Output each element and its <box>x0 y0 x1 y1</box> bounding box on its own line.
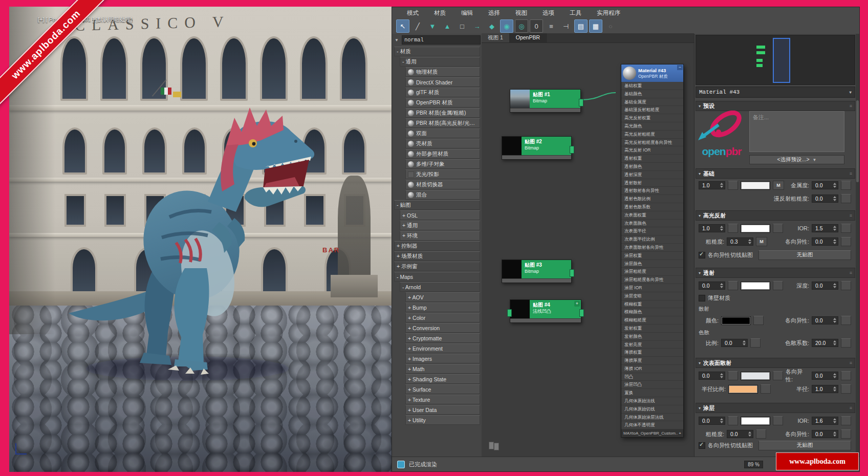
input-socket[interactable] <box>507 309 512 317</box>
browser-row-26[interactable]: + Color <box>405 313 480 322</box>
material-slot-28[interactable]: 模糊颜色 <box>621 308 683 316</box>
sss-radius-spinner[interactable]: 1.0 <box>812 385 838 393</box>
layout-children-button[interactable]: ⊣ <box>559 19 573 33</box>
rollout-transmission[interactable]: ▾透射≡ <box>696 268 855 278</box>
panel-scrollbar[interactable] <box>856 34 859 457</box>
view-tab-1[interactable]: OpenPBR <box>510 33 547 42</box>
menu-item-5[interactable]: 选项 <box>535 7 562 18</box>
footer-plus-icon[interactable]: + <box>679 429 681 437</box>
scatter-color-swatch[interactable] <box>721 316 751 325</box>
transmission-color-swatch[interactable] <box>741 282 770 290</box>
browser-row-5[interactable]: OpenPBR 材质 <box>405 98 480 107</box>
collapse-icon[interactable]: − <box>677 65 683 70</box>
sss-aniso-spinner[interactable]: 0.0 <box>812 372 838 380</box>
browser-search-input[interactable]: normal <box>402 35 481 45</box>
browser-row-36[interactable]: + Utility <box>405 415 480 425</box>
render-notification-icon[interactable] <box>397 461 405 468</box>
browser-row-18[interactable]: + 环境 <box>400 231 480 241</box>
metalness-spinner[interactable]: 0.0 <box>812 181 838 189</box>
browser-row-34[interactable]: + Texture <box>405 395 480 404</box>
coat-tangent-map-checkbox[interactable] <box>699 442 705 449</box>
put-material-to-scene-button[interactable]: ▲ <box>441 19 454 33</box>
rollout-coat[interactable]: ▾涂层≡ <box>696 403 855 413</box>
openpbr-material-node[interactable]: Material #43 OpenPBR 材质 − 基础权重基础颜色基础金属度基… <box>621 64 684 438</box>
material-slot-30[interactable]: 发射权重 <box>621 324 683 333</box>
chevron-down-icon[interactable]: ▼ <box>849 90 852 95</box>
propagate-materials-to-instances-button[interactable]: 0 <box>530 19 543 33</box>
browser-row-17[interactable]: + 通用 <box>400 221 480 230</box>
menu-item-0[interactable]: 模式 <box>399 7 426 18</box>
diffuse-roughness-map-button[interactable] <box>841 194 851 203</box>
specular-ior-spinner[interactable]: 1.5 <box>812 224 838 232</box>
rollout-preset[interactable]: ▾预设≡ <box>696 101 855 111</box>
specular-roughness-spinner[interactable]: 0.3 <box>727 237 753 246</box>
browser-row-28[interactable]: + Cryptomatte <box>405 333 480 343</box>
choose-preset-dropdown[interactable]: <选择预设...>▼ <box>749 155 844 164</box>
material-slot-22[interactable]: 涂层颜色 <box>621 260 683 268</box>
sss-radius-map-button[interactable] <box>841 384 851 394</box>
specular-color-map-button[interactable] <box>773 224 783 233</box>
scatter-aniso-spinner[interactable]: 0.0 <box>812 316 838 324</box>
bitmap-node-2[interactable]: 贴图 #2Bitmap <box>502 136 572 160</box>
material-slot-13[interactable]: 透射散射各向异性 <box>621 187 683 195</box>
material-slot-21[interactable]: 涂层权重 <box>621 252 683 260</box>
parameter-editor-toggle-button[interactable]: ▤ <box>574 19 588 33</box>
move-children-button[interactable]: → <box>470 19 484 33</box>
coat-aniso-map-button[interactable] <box>841 429 851 439</box>
coat-color-map-button[interactable] <box>773 416 783 425</box>
transmission-weight-spinner[interactable]: 0.0 <box>699 282 725 290</box>
delete-selected-button[interactable]: □ <box>455 19 469 33</box>
material-slot-17[interactable]: 次表面颜色 <box>621 220 683 228</box>
specular-weight-map-button[interactable] <box>728 224 738 233</box>
material-slot-7[interactable]: 高光反射粗糙度各向异性 <box>621 139 683 147</box>
render-map-button[interactable]: ○ <box>604 19 617 33</box>
specular-aniso-spinner[interactable]: 0.0 <box>812 237 838 246</box>
browser-row-15[interactable]: - 贴图 <box>394 200 480 210</box>
base-color-map-button[interactable]: M <box>773 181 784 190</box>
bitmap-node-3[interactable]: 贴图 #3Bitmap <box>502 259 572 283</box>
browser-row-35[interactable]: + User Data <box>405 405 480 415</box>
material-slot-24[interactable]: 涂层粗糙度各向异性 <box>621 276 683 284</box>
menu-item-6[interactable]: 工具 <box>562 7 589 18</box>
specular-ior-map-button[interactable] <box>841 224 851 233</box>
browser-row-31[interactable]: + Math <box>405 364 480 374</box>
metalness-map-button[interactable] <box>841 181 851 190</box>
material-slot-20[interactable]: 次表面散射各向异性 <box>621 244 683 252</box>
abbe-spinner[interactable]: 20.0 <box>812 339 838 347</box>
base-weight-map-button[interactable] <box>728 181 738 190</box>
coat-roughness-map-button[interactable] <box>756 429 766 439</box>
specular-aniso-map-button[interactable] <box>841 237 851 246</box>
graph-navigator[interactable] <box>696 35 855 85</box>
material-slot-40[interactable]: 几何体原始切线 <box>621 405 683 414</box>
material-slot-38[interactable]: 置换 <box>621 389 683 397</box>
view-tab-0[interactable]: 视图 1 <box>482 33 510 42</box>
material-browser-toggle-button[interactable]: ▦ <box>589 19 602 33</box>
coat-weight-spinner[interactable]: 0.0 <box>699 417 725 425</box>
canvas-nav-icon[interactable] <box>489 442 499 449</box>
material-slot-0[interactable]: 基础权重 <box>621 82 683 90</box>
material-slot-3[interactable]: 基础漫反射粗糙度 <box>621 106 683 114</box>
material-slot-4[interactable]: 高光反射权重 <box>621 114 683 122</box>
material-name-bar[interactable]: Material #43 ▼ <box>696 86 855 98</box>
material-slot-5[interactable]: 高光颜色 <box>621 122 683 131</box>
coat-ior-spinner[interactable]: 1.6 <box>812 417 838 425</box>
navigator-view-frame[interactable] <box>773 38 790 83</box>
pick-material-from-object-button[interactable]: ╱ <box>411 19 424 33</box>
menu-item-7[interactable]: 实用程序 <box>589 7 628 18</box>
material-slot-39[interactable]: 几何体原始法线 <box>621 397 683 405</box>
dispersion-scale-map-button[interactable] <box>750 338 761 348</box>
bitmap-node-1[interactable]: 贴图 #1Bitmap <box>510 89 581 113</box>
node-view[interactable]: 视图 1OpenPBR 贴图 #1Bitmap 贴图 #2Bitmap <box>482 33 694 457</box>
browser-row-6[interactable]: PBR 材质(金属/粗糙) <box>405 108 480 118</box>
coat-aniso-spinner[interactable]: 0.0 <box>812 430 838 438</box>
material-slot-1[interactable]: 基础颜色 <box>621 90 683 98</box>
dispersion-scale-spinner[interactable]: 0.0 <box>721 339 748 347</box>
browser-row-27[interactable]: + Conversion <box>405 323 480 333</box>
rollout-sss[interactable]: ▾次表面散射≡ <box>696 358 855 368</box>
material-slot-29[interactable]: 模糊粗糙度 <box>621 316 683 324</box>
coat-weight-map-button[interactable] <box>728 416 738 425</box>
assign-material-to-selection-button[interactable]: ▼ <box>426 19 439 33</box>
expand-plus-icon[interactable]: + <box>574 301 580 307</box>
layout-all-vertical-button[interactable]: ≡ <box>545 19 558 33</box>
sss-color-swatch[interactable] <box>741 372 770 380</box>
